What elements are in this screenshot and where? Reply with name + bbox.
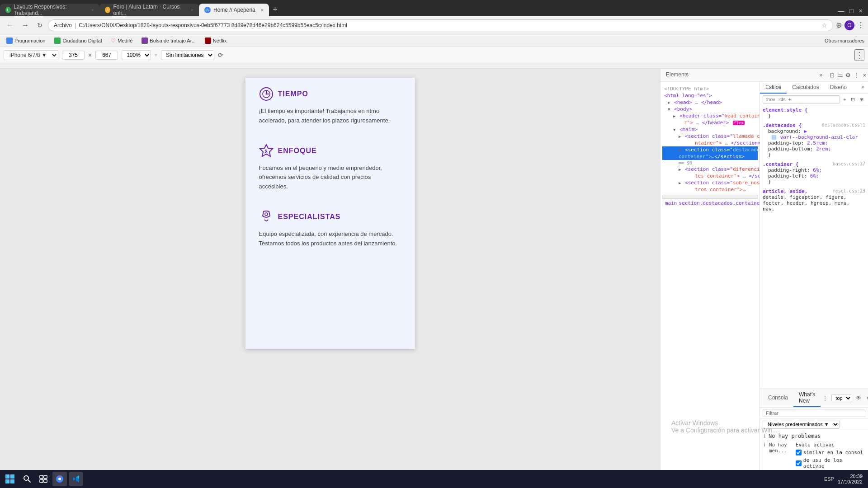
menu-button[interactable]: ⋮ [857,21,864,29]
bottom-panel-eye-btn[interactable]: 👁 [854,394,863,402]
tree-body[interactable]: ▼ <body> [662,106,758,113]
bookmark-medife[interactable]: ♡ Medifé [108,37,135,45]
limit-select[interactable]: Sin limitaciones [161,50,214,60]
tree-scrollbar[interactable] [662,195,758,198]
tree-doctype[interactable]: <!DOCTYPE html> [662,85,758,92]
console-cb2[interactable] [796,460,802,466]
nav-actions: ⊕ O ⋮ [836,20,864,30]
styles-tab-calculados[interactable]: Calculados [787,82,824,94]
device-selector[interactable]: iPhone 6/7/8 ▼ [4,50,58,60]
tab-close-home[interactable]: × [261,7,264,13]
new-tab-button[interactable]: + [269,5,281,14]
levels-select[interactable]: Niveles predeterminados ▼ [763,420,840,429]
bookmark-programacion[interactable]: Programacion [4,37,48,45]
feature-item-enfoque: $ ENFOQUE Focamos en el pequeño y medio … [259,144,401,192]
tree-section-llamada[interactable]: ▶ <section class="llamada co [662,133,758,140]
css-rule-element-selector: element.style { [763,107,865,113]
extensions-button[interactable]: ⊕ [836,21,842,29]
filter-grid-btn[interactable]: ⊞ [858,96,865,103]
bottom-panel-menu-btn[interactable]: ⋮ [821,394,830,402]
minimize-button[interactable]: — [836,5,846,16]
tree-section-destacados[interactable]: ▼ <section class="destacados [662,146,758,153]
dim-separator: × [88,52,92,59]
bottom-panel-settings-btn[interactable]: ⚙ [865,394,868,402]
address-bar[interactable]: Archivo | C:/Users/ONIX/Desktop/1828-lay… [48,19,833,31]
tab-home[interactable]: A Home // Apeperia × [199,4,269,16]
css-block-destacados: background: ▶ var(--background-azul-clar… [763,128,865,158]
taskbar-task-view[interactable] [36,472,51,486]
taskbar-vscode[interactable] [69,472,83,486]
tree-main[interactable]: ▼ <main> [662,126,758,133]
devtools-tab-elements[interactable]: Elements [660,69,694,81]
css-rule-container-selector-line: .container { bases.css:37 [763,161,865,167]
context-select[interactable]: top [831,394,852,402]
bookmark-icon-medife: ♡ [111,38,116,44]
tab-close-layouts[interactable]: × [91,7,94,13]
svg-rect-14 [40,475,43,479]
console-cb-row2: de usu de los activac [796,457,864,469]
console-cb1[interactable] [796,450,802,455]
devtools-inspect-icon[interactable]: ⊡ [830,72,835,79]
tab-bar: L Layouts Responsivos: Trabajand... × A … [0,0,868,16]
tree-header[interactable]: ▶ <header class="head containe [662,113,758,119]
bookmark-bolsa[interactable]: Bolsa de trabajo Ar... [139,37,198,45]
bookmarks-right[interactable]: Otros marcadores [825,38,864,43]
bottom-tab-consola[interactable]: Consola [763,392,793,404]
tree-header-cont-line[interactable]: r"> … </header> flex [673,119,758,126]
devtools-tab-more[interactable]: » [816,69,826,81]
tab-layouts[interactable]: L Layouts Responsivos: Trabajand... × [0,4,99,16]
width-input[interactable] [62,51,85,60]
close-button[interactable]: × [857,5,864,16]
tab-foro[interactable]: A Foro | Alura Latam - Cursos onli... × [99,4,199,16]
tree-s-sobre-cont-line[interactable]: tros container">… [679,186,758,193]
tree-head[interactable]: ▶ <head> … </head> [662,99,758,106]
tab-label-foro: Foro | Alura Latam - Cursos onli... [113,4,185,16]
bc-section[interactable]: section.destacados.container [679,200,760,206]
bottom-filter-input[interactable] [763,409,865,417]
styles-tab-diseno[interactable]: Diseño [825,82,852,94]
maximize-button[interactable]: □ [848,5,855,16]
styles-tab-more[interactable]: » [858,82,868,94]
devtools-device-icon[interactable]: ▭ [837,72,843,79]
bookmark-star-icon[interactable]: ☆ [821,22,827,29]
bookmark-ciudadano[interactable]: Ciudadano Digital [52,37,104,45]
bookmark-netflix[interactable]: Netflix [202,37,230,45]
tree-s-llamada-cont-line[interactable]: ntainer"> … </section> [679,140,758,146]
back-button[interactable]: ← [4,19,16,31]
forward-button[interactable]: → [19,19,32,31]
devtools-more-button[interactable]: ⋮ [854,49,864,61]
css-rules: element.style { } .destacados { destacad… [760,105,868,389]
styles-tab-estilos[interactable]: Estilos [760,82,787,94]
especialistas-text: Equipo especializada, con experiencia de… [259,230,401,249]
tree-html[interactable]: <html lang="es"> [662,92,758,99]
css-reset-more: details, figcaption, figure, footer, hea… [763,194,865,212]
height-input[interactable] [95,51,118,60]
taskbar-search[interactable] [20,472,34,486]
styles-filter-input[interactable] [763,95,840,103]
devtools-close-icon[interactable]: × [863,72,866,79]
tree-section-dest-cont[interactable]: container">…</section> [662,153,758,160]
svg-text:$: $ [265,149,268,154]
devtools-settings-icon[interactable]: ⚙ [845,72,851,79]
taskbar-start-button[interactable] [2,471,18,487]
zoom-select[interactable]: 100% [122,50,151,60]
tree-section-diferencias[interactable]: ▶ <section class="diferencia [662,166,758,173]
taskbar-chrome[interactable] [52,472,67,486]
bc-main[interactable]: main [665,200,677,206]
tree-section-sobre[interactable]: ▶ <section class="sobre_noso [662,179,758,186]
profile-button[interactable]: O [844,20,854,30]
taskbar-right: ESP 20:39 17/10/2022 [824,474,866,484]
devtools-options-icon[interactable]: ⋮ [854,71,860,79]
css-rule-element: element.style { } [763,107,865,119]
bottom-tab-whatsnew[interactable]: What's New [793,389,821,407]
filter-add-btn[interactable]: + [842,96,848,103]
tab-close-foro[interactable]: × [191,7,193,13]
css-prop-padding-top: padding-top: 2.5rem; [768,140,865,146]
svg-line-13 [28,480,30,482]
tree-s-dif-cont-line[interactable]: les container"> … </section> [679,173,758,179]
taskbar: ESP 20:39 17/10/2022 [0,470,868,488]
filter-box-btn[interactable]: ⊡ [849,96,857,103]
reload-button[interactable]: ↻ [34,20,45,31]
rotate-button[interactable]: ⟳ [218,52,223,59]
devtools-top-tabs: Elements » ⊡ ▭ ⚙ ⋮ × [660,69,868,82]
